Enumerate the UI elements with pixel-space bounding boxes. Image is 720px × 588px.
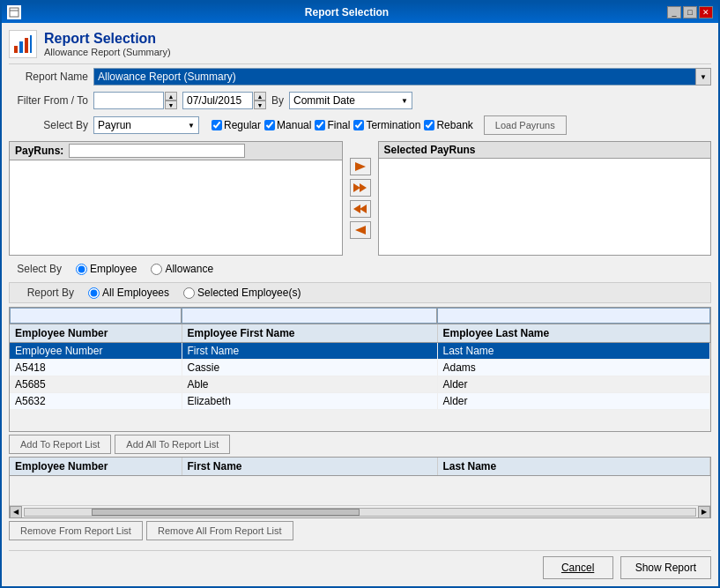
table-row[interactable]: A5632 Elizabeth Alder	[10, 393, 710, 410]
svg-marker-6	[355, 162, 366, 171]
emp-first-name-cell: Elizabeth	[182, 393, 437, 410]
add-to-report-button[interactable]: Add To Report List	[9, 435, 111, 454]
svg-rect-3	[19, 41, 23, 53]
by-label: By	[271, 94, 284, 107]
commit-date-dropdown[interactable]: Commit Date ▼	[289, 92, 412, 109]
minimize-button[interactable]: _	[667, 6, 681, 19]
window-title: Report Selection	[26, 6, 667, 19]
remove-one-btn[interactable]	[350, 200, 371, 218]
add-one-btn[interactable]	[350, 158, 371, 175]
payruns-section: PayRuns: Selected P	[9, 141, 711, 256]
emp-first-name-cell: Able	[182, 376, 437, 393]
regular-label: Regular	[224, 119, 261, 131]
remove-all-btn[interactable]	[350, 221, 371, 239]
date-to-down-btn[interactable]: ▼	[254, 100, 266, 109]
svg-marker-9	[360, 205, 367, 213]
date-from-input[interactable]	[93, 92, 164, 109]
payruns-content	[10, 160, 342, 255]
all-employees-label: All Employees	[102, 287, 169, 299]
emp-first-name-filter[interactable]	[182, 308, 437, 324]
show-report-button[interactable]: Show Report	[620, 556, 711, 579]
remove-buttons-row: Remove From Report List Remove All From …	[9, 521, 711, 540]
report-by-label: Report By	[17, 287, 74, 299]
termination-checkbox[interactable]	[353, 120, 364, 130]
close-button[interactable]: ✕	[699, 6, 713, 19]
emp-number-cell: Employee Number	[10, 343, 182, 360]
emp-number-cell: A5685	[10, 376, 182, 393]
table-row[interactable]: Employee Number First Name Last Name	[10, 343, 710, 360]
main-window: Report Selection _ □ ✕ Report Selection …	[0, 0, 720, 588]
svg-rect-5	[30, 35, 32, 53]
date-to-input[interactable]: 07/Jul/2015	[182, 92, 253, 109]
svg-marker-8	[360, 183, 367, 192]
termination-label: Termination	[366, 119, 420, 131]
commit-date-value: Commit Date	[293, 94, 355, 107]
svg-marker-7	[353, 183, 360, 192]
emp-number-filter[interactable]	[10, 308, 182, 324]
add-all-btn[interactable]	[350, 179, 371, 197]
payruns-filter-input[interactable]	[69, 144, 245, 158]
select-by-arrow-icon: ▼	[188, 122, 195, 130]
scroll-left-btn[interactable]: ◀	[10, 506, 22, 518]
rebank-checkbox[interactable]	[424, 120, 434, 130]
emp-last-name-filter[interactable]	[437, 308, 710, 324]
svg-marker-11	[355, 226, 366, 234]
table-row[interactable]: A5685 Able Alder	[10, 376, 710, 393]
bottom-buttons: Cancel Show Report	[9, 550, 711, 579]
regular-checkbox-item: Regular	[212, 119, 261, 131]
page-subtitle: Allowance Report (Summary)	[44, 47, 171, 57]
load-payruns-button[interactable]: Load Payruns	[484, 115, 567, 135]
allowance-radio[interactable]	[151, 264, 162, 275]
allowance-radio-item: Allowance	[151, 263, 213, 275]
select-by-radio-label: Select By	[9, 263, 62, 275]
selected-employees-radio[interactable]	[183, 287, 195, 299]
report-list-body	[10, 476, 710, 502]
date-from-up-btn[interactable]: ▲	[165, 92, 177, 100]
emp-last-name-cell: Last Name	[437, 343, 710, 360]
remove-all-from-report-button[interactable]: Remove All From Report List	[146, 521, 293, 540]
emp-last-name-cell: Adams	[437, 360, 710, 376]
all-employees-radio[interactable]	[88, 287, 100, 299]
cancel-button[interactable]: Cancel	[543, 556, 613, 579]
restore-button[interactable]: □	[683, 6, 697, 19]
date-from-down-btn[interactable]: ▼	[165, 100, 177, 109]
regular-checkbox[interactable]	[212, 120, 222, 130]
employee-radio[interactable]	[76, 264, 87, 275]
selected-employees-radio-item: Selected Employee(s)	[183, 287, 301, 299]
emp-number-header: Employee Number	[10, 324, 182, 343]
scroll-thumb[interactable]	[92, 509, 360, 516]
select-by-dropdown[interactable]: Payrun ▼	[93, 116, 199, 134]
final-checkbox[interactable]	[315, 120, 325, 130]
window-icon	[7, 5, 21, 19]
date-to-spin: 07/Jul/2015 ▲ ▼	[182, 92, 266, 109]
report-name-input[interactable]: Allowance Report (Summary)	[93, 68, 696, 86]
employee-radio-item: Employee	[76, 263, 137, 275]
report-emp-number-header: Employee Number	[10, 458, 182, 476]
select-by-radio-row: Select By Employee Allowance	[9, 259, 711, 279]
employee-table-scroll[interactable]: Employee Number Employee First Name Empl…	[10, 324, 710, 431]
dropdown-arrow-icon: ▼	[700, 73, 707, 81]
emp-first-name-cell: First Name	[182, 343, 437, 360]
scroll-right-btn[interactable]: ▶	[698, 506, 710, 518]
report-by-row: Report By All Employees Selected Employe…	[9, 282, 711, 303]
termination-checkbox-item: Termination	[353, 119, 420, 131]
emp-first-name-cell: Cassie	[182, 360, 437, 376]
add-all-to-report-button[interactable]: Add All To Report List	[115, 435, 230, 454]
date-from-spin: ▲ ▼	[93, 92, 177, 109]
selected-employees-label: Selected Employee(s)	[197, 287, 301, 299]
manual-checkbox[interactable]	[264, 120, 275, 130]
date-to-up-btn[interactable]: ▲	[254, 92, 266, 100]
add-buttons-row: Add To Report List Add All To Report Lis…	[9, 435, 711, 454]
horiz-scrollbar[interactable]: ◀ ▶	[10, 505, 710, 517]
report-name-row: Report Name Allowance Report (Summary) ▼	[9, 68, 711, 86]
select-by-row: Select By Payrun ▼ Regular Manual Final	[9, 115, 711, 135]
report-name-dropdown-btn[interactable]: ▼	[695, 68, 711, 86]
report-name-label: Report Name	[9, 71, 88, 83]
emp-last-name-cell: Alder	[437, 393, 710, 410]
table-row[interactable]: A5418 Cassie Adams	[10, 360, 710, 376]
employee-table: Employee Number Employee First Name Empl…	[10, 324, 710, 410]
emp-last-name-cell: Alder	[437, 376, 710, 393]
filter-label: Filter From / To	[9, 94, 88, 107]
rebank-checkbox-item: Rebank	[424, 119, 472, 131]
remove-from-report-button[interactable]: Remove From Report List	[9, 521, 143, 540]
